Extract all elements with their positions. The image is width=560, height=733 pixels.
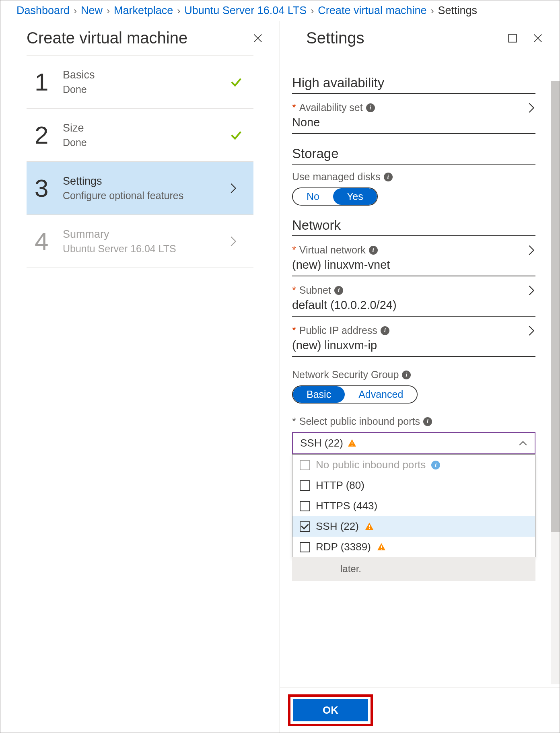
step-size[interactable]: 2 Size Done	[27, 109, 253, 162]
breadcrumb-link[interactable]: Create virtual machine	[318, 4, 426, 17]
toggle-yes[interactable]: Yes	[333, 188, 377, 205]
nsg-toggle[interactable]: Basic Advanced	[292, 385, 418, 404]
chevron-right-icon: ›	[311, 5, 314, 16]
step-title: Summary	[63, 228, 229, 241]
close-icon[interactable]	[252, 33, 264, 44]
svg-rect-3	[369, 525, 370, 527]
breadcrumb-current: Settings	[438, 4, 477, 17]
warning-icon	[347, 439, 357, 448]
dropdown-selected: SSH (22)	[300, 437, 343, 449]
step-title: Basics	[63, 69, 229, 81]
checkbox[interactable]	[300, 460, 310, 470]
checkbox[interactable]	[300, 480, 310, 491]
port-option-https[interactable]: HTTPS (443)	[292, 496, 535, 516]
field-label: Subnet	[299, 284, 331, 296]
ok-button[interactable]: OK	[293, 699, 368, 721]
step-subtitle: Done	[63, 84, 229, 95]
create-vm-panel: Create virtual machine 1 Basics Done 2 S…	[0, 21, 280, 733]
info-icon[interactable]: i	[423, 417, 432, 426]
section-storage: Storage	[292, 146, 535, 165]
port-option-rdp[interactable]: RDP (3389)	[292, 537, 535, 557]
panel-title: Settings	[306, 29, 364, 47]
option-label: RDP (3389)	[316, 541, 371, 553]
panel-title: Create virtual machine	[27, 29, 187, 47]
settings-panel: Settings High availability *Availability…	[280, 21, 560, 733]
close-icon[interactable]	[532, 33, 544, 44]
check-icon	[229, 128, 245, 142]
chevron-right-icon: ›	[107, 5, 110, 16]
info-icon[interactable]: i	[366, 103, 375, 112]
field-virtual-network[interactable]: *Virtual networki (new) linuxvm-vnet	[292, 244, 535, 276]
chevron-right-icon: ›	[430, 5, 434, 16]
field-public-ip[interactable]: *Public IP addressi (new) linuxvm-ip	[292, 325, 535, 357]
svg-rect-2	[352, 445, 352, 446]
breadcrumb-link[interactable]: Dashboard	[16, 4, 70, 17]
port-option-http[interactable]: HTTP (80)	[292, 475, 535, 496]
chevron-right-icon: ›	[74, 5, 77, 16]
info-icon[interactable]: i	[334, 286, 343, 295]
breadcrumb-link[interactable]: New	[81, 4, 103, 17]
managed-disks-toggle[interactable]: No Yes	[292, 187, 378, 206]
toggle-advanced[interactable]: Advanced	[345, 386, 417, 403]
required-star: *	[292, 284, 296, 296]
svg-rect-1	[352, 442, 352, 444]
field-label: Virtual network	[299, 244, 366, 256]
field-value: (new) linuxvm-vnet	[292, 258, 535, 272]
warning-icon	[377, 542, 386, 552]
checkbox[interactable]	[300, 542, 310, 552]
field-availability-set[interactable]: *Availability seti None	[292, 102, 535, 134]
ok-highlight: OK	[288, 694, 373, 726]
breadcrumb-link[interactable]: Ubuntu Server 16.04 LTS	[184, 4, 307, 17]
step-title: Settings	[63, 175, 229, 187]
chevron-right-icon	[527, 285, 535, 296]
breadcrumb: Dashboard› New› Marketplace› Ubuntu Serv…	[0, 0, 560, 21]
field-subnet[interactable]: *Subneti default (10.0.2.0/24)	[292, 284, 535, 317]
required-star: *	[292, 244, 296, 256]
field-label: Public IP address	[299, 325, 377, 336]
checkbox[interactable]	[300, 501, 310, 511]
chevron-up-icon	[519, 441, 527, 446]
section-network: Network	[292, 218, 535, 236]
option-label: HTTPS (443)	[316, 500, 377, 512]
field-label: Network Security Group	[292, 369, 399, 381]
step-subtitle: Done	[63, 137, 229, 148]
required-star: *	[292, 325, 296, 336]
info-icon[interactable]: i	[369, 246, 378, 255]
warning-icon	[364, 522, 374, 531]
chevron-right-icon	[527, 245, 535, 256]
step-number: 1	[35, 68, 63, 96]
svg-rect-6	[381, 549, 382, 550]
option-label: SSH (22)	[316, 520, 359, 533]
svg-rect-0	[509, 34, 517, 42]
svg-rect-5	[381, 546, 382, 548]
required-star: *	[292, 416, 296, 427]
info-icon[interactable]: i	[431, 461, 440, 469]
step-summary[interactable]: 4 Summary Ubuntu Server 16.04 LTS	[27, 215, 253, 268]
breadcrumb-link[interactable]: Marketplace	[114, 4, 173, 17]
field-label: Select public inbound ports	[299, 416, 420, 427]
inbound-ports-dropdown[interactable]: SSH (22)	[292, 432, 535, 454]
toggle-basic[interactable]: Basic	[293, 386, 345, 403]
step-number: 2	[35, 121, 63, 149]
required-star: *	[292, 102, 296, 113]
port-hint: later.	[292, 557, 535, 581]
svg-rect-4	[369, 528, 370, 529]
field-label: Availability set	[299, 102, 363, 113]
step-basics[interactable]: 1 Basics Done	[27, 55, 253, 109]
step-title: Size	[63, 122, 229, 134]
check-icon	[229, 75, 245, 89]
section-high-availability: High availability	[292, 75, 535, 94]
chevron-right-icon	[527, 325, 535, 336]
step-settings[interactable]: 3 Settings Configure optional features	[27, 162, 253, 215]
checkbox[interactable]	[300, 521, 310, 532]
info-icon[interactable]: i	[384, 173, 393, 181]
port-option-ssh[interactable]: SSH (22)	[292, 516, 535, 537]
info-icon[interactable]: i	[381, 326, 389, 335]
port-option-none[interactable]: No public inbound ports i	[292, 455, 535, 475]
info-icon[interactable]: i	[402, 371, 411, 379]
field-label: Use managed disks	[292, 171, 381, 183]
toggle-no[interactable]: No	[293, 188, 333, 205]
maximize-icon[interactable]	[507, 33, 518, 43]
step-subtitle: Configure optional features	[63, 190, 229, 202]
chevron-right-icon	[229, 183, 245, 194]
